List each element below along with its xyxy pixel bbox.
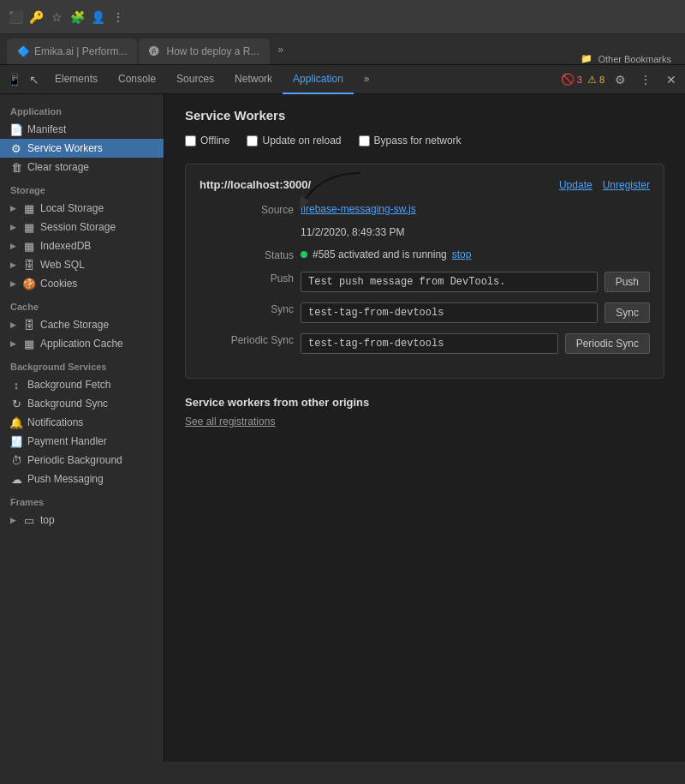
source-file-link[interactable]: firebase-messaging-sw.js: [301, 203, 416, 215]
background-services-label: Background Services: [0, 353, 164, 375]
offline-checkbox-label[interactable]: Offline: [185, 135, 229, 147]
push-input[interactable]: [301, 272, 598, 292]
tab-console[interactable]: Console: [108, 65, 166, 94]
manifest-label: Manifest: [27, 123, 66, 135]
expand-arrow-websql: ▶: [10, 260, 16, 269]
tab-title-emika: Emika.ai | Perform...: [34, 45, 127, 57]
worker-url-row: http://localhost:3000/ Update Unregister: [200, 178, 650, 191]
key-icon[interactable]: 🔑: [27, 9, 45, 26]
push-input-row: Push: [301, 272, 650, 292]
sidebar-item-local-storage[interactable]: ▶ ▦ Local Storage: [0, 199, 164, 218]
offline-checkbox[interactable]: [185, 135, 196, 147]
extensions-icon[interactable]: 🧩: [68, 9, 86, 26]
profile-icon[interactable]: 👤: [89, 9, 106, 26]
update-on-reload-checkbox-label[interactable]: Update on reload: [247, 135, 341, 147]
sidebar-item-push-messaging[interactable]: ☁ Push Messaging: [0, 470, 164, 488]
tab-sources[interactable]: Sources: [166, 65, 224, 94]
sidebar-item-notifications[interactable]: 🔔 Notifications: [0, 413, 164, 432]
sidebar-item-background-sync[interactable]: ↻ Background Sync: [0, 394, 164, 413]
update-on-reload-checkbox[interactable]: [247, 135, 258, 147]
sidebar-item-clear-storage[interactable]: 🗑 Clear storage: [0, 158, 164, 177]
cookies-icon: 🍪: [23, 278, 35, 290]
more-options-icon[interactable]: ⋮: [635, 69, 656, 90]
tab-elements[interactable]: Elements: [45, 65, 108, 94]
session-storage-label: Session Storage: [40, 221, 116, 233]
error-count: 3: [577, 75, 582, 85]
sidebar: Application 📄 Manifest ⚙ Service Workers…: [0, 94, 164, 762]
close-icon[interactable]: ✕: [661, 69, 682, 90]
tab-application[interactable]: Application: [283, 65, 354, 94]
indexeddb-label: IndexedDB: [40, 240, 91, 252]
sidebar-item-background-fetch[interactable]: ↕ Background Fetch: [0, 375, 164, 394]
periodic-sync-input[interactable]: [301, 333, 558, 354]
tab-network[interactable]: Network: [224, 65, 283, 94]
received-row: 11/2/2020, 8:49:33 PM: [200, 226, 650, 238]
periodic-sync-label: Periodic Sync: [200, 333, 294, 346]
sidebar-item-web-sql[interactable]: ▶ 🗄 Web SQL: [0, 255, 164, 274]
devtools-device-icon[interactable]: 📱: [3, 69, 24, 90]
notifications-label: Notifications: [27, 416, 83, 428]
payment-handler-label: Payment Handler: [27, 435, 107, 447]
sidebar-item-manifest[interactable]: 📄 Manifest: [0, 120, 164, 139]
bypass-network-label: Bypass for network: [374, 135, 462, 147]
clear-storage-label: Clear storage: [27, 161, 89, 173]
sidebar-item-periodic-background[interactable]: ⏱ Periodic Background: [0, 451, 164, 470]
top-label: top: [40, 514, 55, 526]
cookies-label: Cookies: [40, 278, 77, 290]
sidebar-item-top[interactable]: ▶ ▭ top: [0, 511, 164, 530]
top-frame-icon: ▭: [23, 514, 35, 526]
background-fetch-icon: ↕: [10, 379, 22, 391]
browser-chrome: ⬛ 🔑 ☆ 🧩 👤 ⋮: [0, 0, 685, 34]
sync-input-row: Sync: [301, 302, 650, 323]
toolbar-icons: 🚫 3 ⚠ 8 ⚙ ⋮ ✕: [561, 69, 682, 90]
source-annotation: firebase-messaging-sw.js: [301, 203, 416, 215]
periodic-sync-button[interactable]: Periodic Sync: [565, 333, 650, 354]
menu-icon[interactable]: ⋮: [110, 9, 127, 26]
tab-emika[interactable]: 🔷 Emika.ai | Perform...: [7, 39, 137, 64]
push-messaging-label: Push Messaging: [27, 473, 104, 485]
expand-arrow-top: ▶: [10, 516, 16, 524]
application-section-label: Application: [0, 98, 164, 120]
warn-count: 8: [599, 75, 605, 85]
tab-deploy[interactable]: 🅐 How to deploy a R...: [139, 39, 269, 64]
sidebar-item-service-workers[interactable]: ⚙ Service Workers: [0, 139, 164, 158]
settings-icon[interactable]: ⚙: [610, 69, 630, 90]
sidebar-item-payment-handler[interactable]: 🧾 Payment Handler: [0, 432, 164, 451]
cache-section-label: Cache: [0, 293, 164, 315]
received-value: 11/2/2020, 8:49:33 PM: [301, 226, 650, 238]
devtools-body: Application 📄 Manifest ⚙ Service Workers…: [0, 94, 685, 762]
push-button[interactable]: Push: [605, 272, 650, 292]
sync-input[interactable]: [301, 302, 598, 323]
bookmark-star-icon[interactable]: ☆: [48, 9, 65, 26]
unregister-link[interactable]: Unregister: [603, 179, 650, 191]
local-storage-icon: ▦: [23, 202, 35, 214]
sidebar-item-cookies[interactable]: ▶ 🍪 Cookies: [0, 274, 164, 293]
update-link[interactable]: Update: [559, 179, 593, 191]
background-sync-label: Background Sync: [27, 398, 108, 410]
indexeddb-icon: ▦: [23, 240, 35, 252]
cast-icon[interactable]: ⬛: [7, 9, 24, 26]
sidebar-item-indexeddb[interactable]: ▶ ▦ IndexedDB: [0, 236, 164, 255]
sync-label: Sync: [200, 302, 294, 315]
devtools: 📱 ↖ Elements Console Sources Network App…: [0, 65, 685, 762]
service-workers-label: Service Workers: [27, 142, 103, 154]
expand-arrow-local: ▶: [10, 204, 16, 212]
sync-row: Sync Sync: [200, 302, 650, 323]
sidebar-item-application-cache[interactable]: ▶ ▦ Application Cache: [0, 334, 164, 353]
periodic-background-label: Periodic Background: [27, 454, 122, 466]
bypass-network-checkbox-label[interactable]: Bypass for network: [359, 135, 462, 147]
tab-overflow[interactable]: »: [271, 44, 291, 56]
periodic-sync-input-row: Periodic Sync: [301, 333, 650, 354]
sync-button[interactable]: Sync: [605, 302, 650, 323]
status-dot: [301, 251, 307, 258]
stop-link[interactable]: stop: [452, 248, 472, 260]
tab-overflow[interactable]: »: [354, 65, 380, 94]
bypass-network-checkbox[interactable]: [359, 135, 370, 147]
devtools-cursor-icon[interactable]: ↖: [24, 69, 45, 90]
expand-arrow-indexeddb: ▶: [10, 242, 16, 250]
devtools-toolbar: 📱 ↖ Elements Console Sources Network App…: [0, 65, 685, 94]
sidebar-item-cache-storage[interactable]: ▶ 🗄 Cache Storage: [0, 315, 164, 334]
application-cache-icon: ▦: [23, 338, 35, 350]
sidebar-item-session-storage[interactable]: ▶ ▦ Session Storage: [0, 218, 164, 236]
see-all-link[interactable]: See all registrations: [185, 416, 275, 428]
